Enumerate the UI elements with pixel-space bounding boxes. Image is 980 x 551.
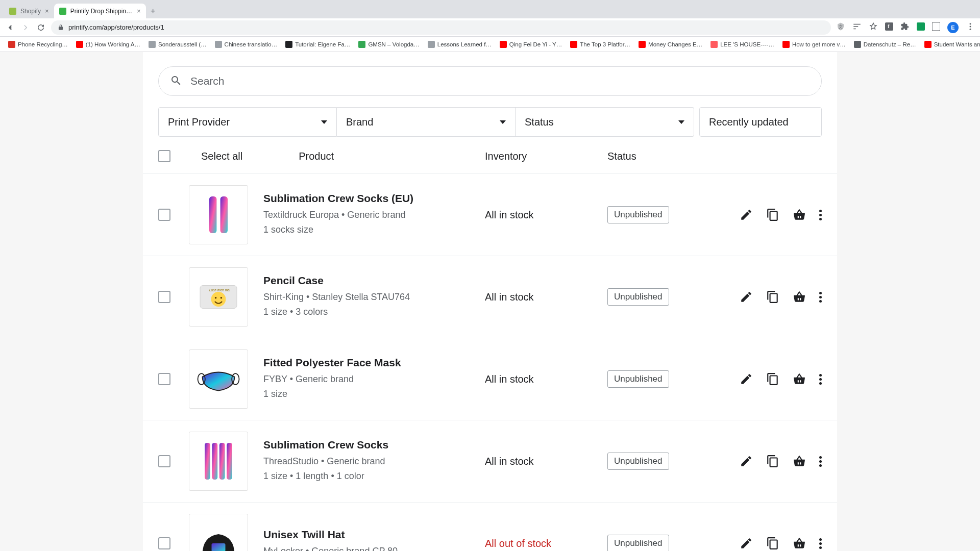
bookmark-item[interactable]: Student Wants an…	[921, 39, 980, 50]
browser-toolbar: printify.com/app/store/products/1 文 f E	[0, 18, 980, 37]
product-thumbnail[interactable]: Lach doch mal	[189, 267, 248, 327]
ext-green-icon[interactable]	[917, 22, 925, 32]
column-inventory: Inventory	[485, 151, 607, 162]
lock-icon	[57, 24, 64, 31]
edit-icon[interactable]	[740, 455, 753, 468]
bookmark-item[interactable]: Tutorial: Eigene Fa…	[282, 39, 353, 50]
product-title[interactable]: Pencil Case	[263, 274, 485, 287]
product-search-box[interactable]	[158, 66, 822, 96]
product-thumbnail[interactable]	[189, 185, 248, 244]
bookmark-label: (1) How Working A…	[86, 41, 140, 47]
favicon	[710, 41, 718, 48]
bookmark-item[interactable]: (1) How Working A…	[73, 39, 143, 50]
filter-brand[interactable]: Brand	[337, 107, 516, 137]
product-title[interactable]: Fitted Polyester Face Mask	[263, 357, 485, 369]
bookmark-item[interactable]: Datenschutz – Re…	[851, 39, 919, 50]
bookmark-item[interactable]: Lessons Learned f…	[425, 39, 495, 50]
more-icon[interactable]	[819, 210, 822, 220]
product-title[interactable]: Unisex Twill Hat	[263, 529, 485, 541]
status-badge: Unpublished	[607, 453, 669, 470]
edit-icon[interactable]	[740, 372, 753, 386]
more-icon[interactable]	[819, 374, 822, 385]
close-icon[interactable]: ×	[137, 7, 141, 15]
product-thumbnail[interactable]	[189, 432, 248, 491]
bookmark-item[interactable]: Phone Recycling…	[5, 39, 71, 50]
svg-rect-22	[212, 543, 226, 551]
basket-icon[interactable]	[793, 372, 806, 386]
favicon	[358, 41, 365, 48]
edit-icon[interactable]	[740, 208, 753, 221]
select-all-checkbox[interactable]	[158, 150, 170, 162]
url-text: printify.com/app/store/products/1	[68, 23, 164, 31]
sort-dropdown[interactable]: Recently updated	[699, 107, 822, 137]
bookmark-item[interactable]: LEE 'S HOUSE----…	[707, 39, 777, 50]
forward-button[interactable]	[20, 22, 31, 33]
basket-icon[interactable]	[793, 455, 806, 468]
profile-avatar[interactable]: E	[947, 22, 959, 33]
bookmark-item[interactable]: Chinese translatio…	[212, 39, 281, 50]
svg-point-5	[970, 23, 971, 24]
copy-icon[interactable]	[766, 372, 779, 386]
bookmark-item[interactable]: How to get more v…	[779, 39, 849, 50]
product-row: Fitted Polyester Face Mask FYBY • Generi…	[143, 338, 837, 420]
status-badge: Unpublished	[607, 370, 669, 388]
product-variants: 1 size • 1 length • 1 color	[263, 469, 485, 484]
product-row: Sublimation Crew Socks (EU) Textildruck …	[143, 174, 837, 256]
basket-icon[interactable]	[793, 537, 806, 550]
favicon	[500, 41, 507, 48]
extensions-icon[interactable]	[900, 22, 910, 33]
product-meta: ThreadStudio • Generic brand	[263, 454, 485, 469]
svg-text:文: 文	[839, 24, 843, 29]
basket-icon[interactable]	[793, 290, 806, 304]
bookmark-item[interactable]: Money Changes E…	[635, 39, 705, 50]
copy-icon[interactable]	[766, 290, 779, 304]
bookmark-label: Money Changes E…	[648, 41, 702, 47]
reload-button[interactable]	[36, 22, 46, 33]
facebook-ext-icon[interactable]: f	[885, 22, 893, 32]
star-icon[interactable]	[869, 22, 878, 33]
svg-point-6	[970, 26, 971, 28]
filter-print-provider[interactable]: Print Provider	[158, 107, 337, 137]
edit-icon[interactable]	[740, 537, 753, 550]
row-checkbox[interactable]	[158, 537, 170, 549]
status-badge: Unpublished	[607, 288, 669, 306]
close-icon[interactable]: ×	[45, 7, 49, 15]
product-title[interactable]: Sublimation Crew Socks	[263, 439, 485, 451]
browser-tab[interactable]: Printify Drop Shipping Print on… ×	[54, 4, 146, 18]
tune-icon[interactable]	[852, 22, 862, 33]
bookmark-item[interactable]: Qing Fei De Yi - Y…	[497, 39, 565, 50]
row-checkbox[interactable]	[158, 209, 170, 221]
more-icon[interactable]	[819, 456, 822, 467]
bookmarks-bar: Phone Recycling…(1) How Working A…Sonder…	[0, 37, 980, 52]
favicon	[215, 41, 222, 48]
chrome-menu-icon[interactable]	[966, 22, 975, 33]
product-title[interactable]: Sublimation Crew Socks (EU)	[263, 192, 485, 205]
more-icon[interactable]	[819, 538, 822, 549]
browser-tab[interactable]: Shopify ×	[4, 4, 54, 18]
ext-square-icon[interactable]	[932, 22, 940, 32]
svg-point-7	[970, 29, 971, 30]
basket-icon[interactable]	[793, 208, 806, 221]
filter-status[interactable]: Status	[516, 107, 694, 137]
product-thumbnail[interactable]	[189, 349, 248, 409]
translate-icon[interactable]: 文	[836, 22, 845, 33]
copy-icon[interactable]	[766, 208, 779, 221]
filter-label: Brand	[346, 116, 373, 128]
row-checkbox[interactable]	[158, 291, 170, 303]
edit-icon[interactable]	[740, 290, 753, 304]
new-tab-button[interactable]: +	[146, 4, 160, 18]
bookmark-item[interactable]: GMSN – Vologda…	[355, 39, 422, 50]
row-actions	[709, 455, 822, 468]
address-bar[interactable]: printify.com/app/store/products/1	[51, 20, 831, 35]
search-input[interactable]	[190, 75, 810, 87]
back-button[interactable]	[5, 22, 15, 33]
row-checkbox[interactable]	[158, 455, 170, 467]
row-checkbox[interactable]	[158, 373, 170, 385]
status-badge: Unpublished	[607, 206, 669, 223]
copy-icon[interactable]	[766, 455, 779, 468]
copy-icon[interactable]	[766, 537, 779, 550]
product-thumbnail[interactable]	[189, 514, 248, 551]
bookmark-item[interactable]: The Top 3 Platfor…	[567, 39, 633, 50]
more-icon[interactable]	[819, 292, 822, 303]
bookmark-item[interactable]: Sonderausstell (…	[145, 39, 210, 50]
